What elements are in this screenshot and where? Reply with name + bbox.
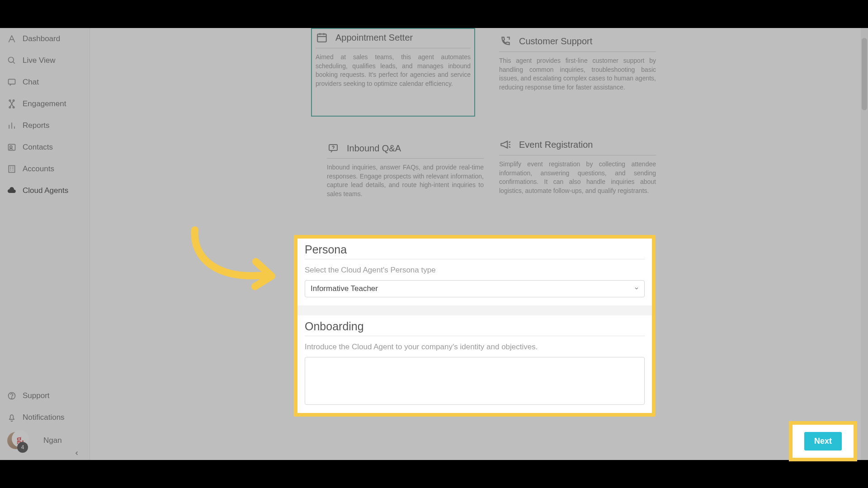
sidebar: Dashboard Live View Chat Engagement Repo… <box>0 28 90 460</box>
svg-rect-1 <box>9 79 15 84</box>
calendar-icon <box>316 32 328 43</box>
onboarding-textarea[interactable] <box>305 357 645 405</box>
scrollbar-thumb[interactable] <box>862 38 867 110</box>
collapse-sidebar-chevron-icon[interactable] <box>74 450 80 457</box>
next-button-highlight: Next <box>789 421 857 461</box>
scrollbar[interactable] <box>861 28 868 460</box>
globe-search-icon <box>7 56 23 65</box>
svg-point-10 <box>11 398 12 398</box>
engagement-icon <box>7 99 23 108</box>
persona-onboarding-highlight: Persona Select the Cloud Agent's Persona… <box>294 235 656 417</box>
sidebar-item-contacts[interactable]: Contacts <box>0 136 90 158</box>
contact-card-icon <box>7 143 23 152</box>
app-screen: Dashboard Live View Chat Engagement Repo… <box>0 28 868 460</box>
cloud-icon <box>7 186 23 195</box>
sidebar-item-label: Live View <box>23 56 55 65</box>
card-title: Customer Support <box>519 36 592 47</box>
section-subtitle: Introduce the Cloud Agent to your compan… <box>305 343 645 352</box>
section-title: Onboarding <box>305 320 645 336</box>
sidebar-item-label: Chat <box>23 78 39 87</box>
building-icon <box>7 164 23 174</box>
phone-support-icon <box>499 35 512 47</box>
sidebar-item-support[interactable]: Support <box>0 385 90 407</box>
sidebar-item-label: Dashboard <box>23 34 60 43</box>
svg-rect-11 <box>317 34 326 42</box>
sidebar-item-cloud-agents[interactable]: Cloud Agents <box>0 180 90 202</box>
question-bubble-icon <box>327 143 340 154</box>
svg-point-0 <box>9 57 14 63</box>
annotation-arrow-icon <box>188 225 278 293</box>
next-button[interactable]: Next <box>804 432 842 450</box>
sidebar-item-dashboard[interactable]: Dashboard <box>0 28 90 50</box>
megaphone-icon <box>499 139 512 150</box>
card-title: Inbound Q&A <box>347 143 401 154</box>
sidebar-item-engagement[interactable]: Engagement <box>0 93 90 115</box>
card-event-registration[interactable]: Event Registration Simplify event regist… <box>495 136 660 202</box>
chat-icon <box>7 78 23 87</box>
section-divider <box>297 305 652 315</box>
card-inbound-qa[interactable]: Inbound Q&A Inbound inquiries, answer FA… <box>323 140 487 205</box>
agent-type-cards: Appointment Setter Aimed at sales teams,… <box>298 28 656 221</box>
user-name: Ngan <box>43 436 62 445</box>
sidebar-item-label: Notifications <box>23 413 65 422</box>
svg-rect-12 <box>329 145 337 150</box>
card-body: This agent provides first-line customer … <box>495 52 660 98</box>
help-icon <box>7 391 23 400</box>
sidebar-item-reports[interactable]: Reports <box>0 115 90 136</box>
sidebar-item-label: Engagement <box>23 99 66 108</box>
card-title: Event Registration <box>519 140 593 150</box>
sidebar-item-label: Reports <box>23 121 50 130</box>
card-appointment-setter[interactable]: Appointment Setter Aimed at sales teams,… <box>311 28 475 117</box>
bar-chart-icon <box>7 121 23 130</box>
card-title: Appointment Setter <box>335 33 413 43</box>
onboarding-section: Onboarding Introduce the Cloud Agent to … <box>297 315 652 413</box>
select-value: Informative Teacher <box>311 284 378 293</box>
sidebar-item-label: Support <box>23 391 50 400</box>
chevron-down-icon <box>634 286 639 292</box>
card-body: Inbound inquiries, answer FAQs, and prov… <box>323 159 487 205</box>
persona-type-select[interactable]: Informative Teacher <box>305 280 645 297</box>
sidebar-item-live-view[interactable]: Live View <box>0 50 90 71</box>
bell-icon <box>7 413 23 422</box>
notification-badge: 4 <box>17 442 28 453</box>
sidebar-item-label: Cloud Agents <box>23 186 68 195</box>
svg-point-2 <box>9 100 10 101</box>
sidebar-item-label: Contacts <box>23 143 53 152</box>
sidebar-item-label: Accounts <box>23 164 54 174</box>
card-body: Simplify event registration by collectin… <box>495 155 660 202</box>
sidebar-item-accounts[interactable]: Accounts <box>0 158 90 180</box>
svg-rect-8 <box>9 166 14 173</box>
persona-section: Persona Select the Cloud Agent's Persona… <box>297 239 652 305</box>
svg-point-4 <box>9 107 10 108</box>
section-title: Persona <box>305 243 645 259</box>
svg-point-7 <box>10 146 12 148</box>
card-body: Aimed at sales teams, this agent automat… <box>312 48 474 94</box>
section-subtitle: Select the Cloud Agent's Persona type <box>305 266 645 275</box>
logo-icon <box>7 34 23 43</box>
sidebar-item-notifications[interactable]: Notifications <box>0 407 90 428</box>
sidebar-item-chat[interactable]: Chat <box>0 71 90 93</box>
card-customer-support[interactable]: Customer Support This agent provides fir… <box>495 33 660 98</box>
